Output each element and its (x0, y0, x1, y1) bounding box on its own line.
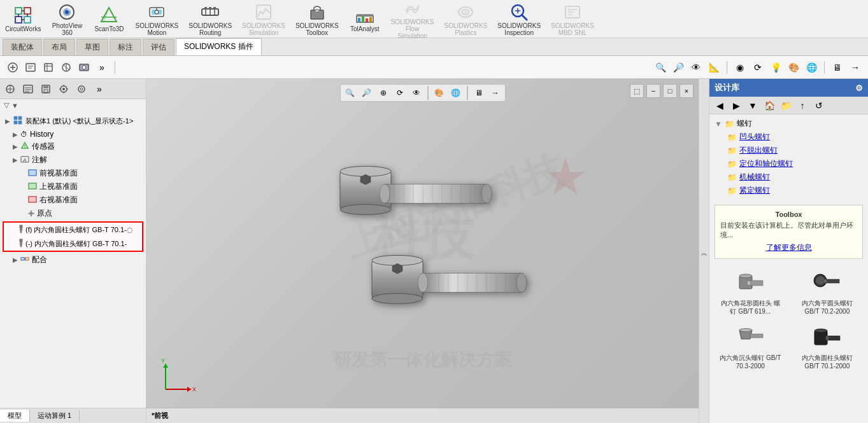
svg-point-102 (380, 184, 390, 203)
toolbar-sw-routing[interactable]: SOLIDWORKSRouting (189, 2, 232, 36)
vp-minimize-btn[interactable]: − (646, 84, 660, 98)
vp-maximize-btn[interactable]: □ (663, 84, 677, 98)
svg-rect-33 (369, 17, 372, 22)
search-icon[interactable]: 🔍 (653, 60, 668, 75)
svg-rect-77 (18, 121, 22, 124)
viewport[interactable]: 科技 上海沃信科技 研发第一体化解决方案 ★ 🔍 🔎 ⊕ ⟳ 👁 🎨 🌐 🖥 → (146, 79, 699, 423)
nav-refresh[interactable]: ↺ (811, 98, 827, 113)
filter-icon[interactable] (3, 81, 18, 97)
vp-fly-btn[interactable]: ⊕ (376, 86, 390, 100)
tree-root-screw[interactable]: ▼ 📁 螺钉 (712, 117, 865, 130)
toolbar-more[interactable]: » (94, 60, 110, 75)
tree-captive[interactable]: 📁 不脱出螺钉 (712, 144, 865, 157)
tab-sw-plugins[interactable]: SOLIDWORKS 插件 (176, 38, 262, 55)
screw2-item[interactable]: (-) 内六角圆柱头螺钉 GB-T 70.1- (4, 237, 142, 251)
toolbar-scan3d[interactable]: ScanTo3D (93, 5, 125, 32)
monitor-icon[interactable]: 🖥 (830, 60, 845, 75)
vp-restore-btn[interactable]: ⬚ (630, 84, 644, 98)
right-panel-collapse[interactable]: 《 (699, 79, 709, 423)
toolbar-sw-simulation[interactable]: SOLIDWORKSSimulation (242, 2, 285, 36)
vp-close-btn[interactable]: × (679, 84, 694, 98)
toolbar-icon-1[interactable] (5, 60, 20, 75)
nav-dropdown[interactable]: ▼ (745, 98, 760, 113)
model-tab[interactable]: 模型 (0, 410, 30, 422)
svg-rect-2 (15, 17, 22, 23)
tree-mate[interactable]: ▶ 配合 (0, 253, 146, 267)
part-hex-countersunk[interactable]: 内六角沉头螺钉 GB/T 70.3-2000 (715, 324, 786, 373)
vp-arrow-btn[interactable]: → (488, 86, 502, 100)
vp-zoom-btn[interactable]: 🔎 (360, 86, 374, 100)
toolbar-tol-analyst[interactable]: TolAnalyst (349, 5, 381, 32)
toolbar-sw-toolbox[interactable]: SOLIDWORKSToolbox (295, 2, 339, 36)
nav-folder[interactable]: 📁 (778, 98, 793, 113)
part-hex-pan[interactable]: 内六角平圆头螺钉 GB/T 70.2-2000 (792, 269, 864, 319)
rotate-icon[interactable]: ⟳ (750, 60, 765, 75)
svg-point-55 (82, 66, 86, 69)
search2-icon[interactable]: 🔎 (671, 60, 686, 75)
nav-home[interactable]: 🏠 (762, 98, 777, 113)
render-icon[interactable]: 📐 (706, 60, 722, 75)
tree-countersunk[interactable]: 📁 凹头螺钉 (712, 130, 865, 144)
vp-search-btn[interactable]: 🔍 (343, 86, 357, 100)
scene-icon[interactable]: 🌐 (804, 60, 819, 75)
light-icon[interactable]: 💡 (768, 60, 783, 75)
tree-sensors[interactable]: ▶ 传感器 (0, 140, 146, 153)
nav-forward[interactable]: ▶ (729, 98, 744, 113)
annotations-icon: A (20, 155, 29, 165)
tree-locating[interactable]: 📁 定位和轴位螺钉 (712, 157, 865, 170)
vp-rotate-btn[interactable]: ⟳ (393, 86, 407, 100)
toolbox-link[interactable]: 了解更多信息 (720, 242, 857, 253)
toolbar-sw-plastics[interactable]: SOLIDWORKSPlastics (444, 2, 487, 36)
svg-point-10 (65, 10, 69, 14)
vp-scene-btn[interactable]: 🌐 (449, 86, 463, 100)
settings-icon[interactable]: ⚙ (855, 83, 863, 93)
vp-monitor-btn[interactable]: 🖥 (472, 86, 486, 100)
tab-annotation[interactable]: 标注 (110, 39, 141, 55)
nav-up[interactable]: ↑ (795, 98, 810, 113)
tree-origin[interactable]: ✚ 原点 (0, 207, 146, 220)
svg-rect-51 (45, 64, 52, 71)
part-hex-socket[interactable]: 内六角圆柱头螺钉 GB/T 70.1-2000 (792, 324, 864, 373)
save-state-icon[interactable] (38, 81, 53, 97)
screw1-item[interactable]: (f) 内六角圆柱头螺钉 GB-T 70.1-◌ (4, 223, 142, 237)
color-icon[interactable]: 🎨 (786, 60, 801, 75)
nav-back[interactable]: ◀ (712, 98, 727, 113)
toolbar-circuitworks[interactable]: CircuitWorks (5, 5, 41, 32)
view3d-icon[interactable]: ◉ (732, 60, 748, 75)
tree-history[interactable]: ▶ ⏱ History (0, 128, 146, 140)
motion-tab[interactable]: 运动算例 1 (30, 410, 80, 422)
target-icon[interactable] (56, 81, 71, 97)
vp-eye-btn[interactable]: 👁 (409, 86, 423, 100)
tree-top-plane[interactable]: 上视基准面 (0, 180, 146, 193)
tab-evaluate[interactable]: 评估 (143, 39, 174, 55)
toolbar-sw-motion[interactable]: SOLIDWORKSMotion (135, 2, 178, 36)
toolbar-sw-inspection[interactable]: SOLIDWORKSInspection (497, 2, 541, 36)
assembly-root[interactable]: ▶ 装配体1 (默认) <默认_显示状态-1> (0, 114, 146, 128)
toolbar-icon-2[interactable] (23, 60, 38, 75)
svg-rect-83 (29, 170, 36, 176)
screw2-icon (17, 239, 25, 249)
tab-assembly[interactable]: 装配体 (3, 39, 42, 55)
tab-layout[interactable]: 布局 (43, 39, 75, 55)
tree-set[interactable]: 📁 紧定螺钉 (712, 184, 865, 197)
toolbar-sw-mbd-snl[interactable]: SOLIDWORKSMBD SNL (551, 2, 594, 36)
more-icon[interactable]: » (92, 81, 107, 97)
toolbar-sw-flow[interactable]: SOLIDWORKSFlowSimulation (391, 0, 434, 39)
origin-icon: ✚ (28, 209, 34, 218)
tree-front-plane[interactable]: 前视基准面 (0, 167, 146, 180)
circle-icon[interactable] (74, 81, 89, 97)
part-hex-flange[interactable]: 内六角花形圆柱头 螺钉 GB/T 619... (715, 269, 786, 319)
toolbar-icon-4[interactable] (59, 60, 74, 75)
tab-sketch[interactable]: 草图 (76, 39, 108, 55)
list-icon[interactable] (20, 81, 36, 97)
toolbar-photoview[interactable]: PhotoView360 (51, 2, 83, 36)
svg-point-11 (68, 8, 70, 11)
view-icon[interactable]: 👁 (688, 60, 704, 75)
arrow-icon[interactable]: → (848, 60, 863, 75)
toolbar-icon-5[interactable] (76, 60, 92, 75)
vp-color-btn[interactable]: 🎨 (432, 86, 446, 100)
tree-annotations[interactable]: ▶ A 注解 (0, 153, 146, 167)
tree-machine[interactable]: 📁 机械螺钉 (712, 170, 865, 184)
toolbar-icon-3[interactable] (41, 60, 56, 75)
tree-right-plane[interactable]: 右视基准面 (0, 193, 146, 207)
